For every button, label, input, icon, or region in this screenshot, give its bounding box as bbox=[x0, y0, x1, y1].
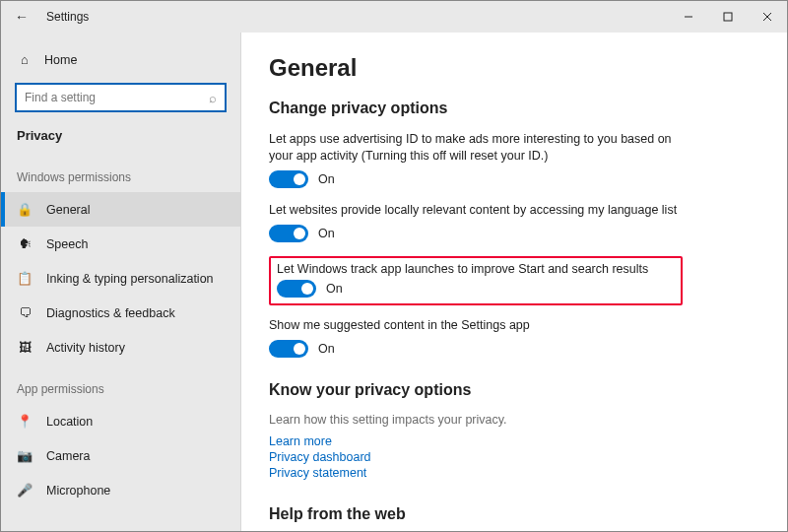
toggle-state: On bbox=[318, 342, 335, 356]
setting-desc: Let websites provide locally relevant co… bbox=[269, 202, 683, 219]
settings-window: ← Settings ⌂ Home ⌕ Privacy Windows perm… bbox=[0, 0, 788, 532]
nav-label: Camera bbox=[46, 449, 90, 463]
nav-label: Activity history bbox=[46, 341, 125, 355]
page-title: General bbox=[269, 54, 757, 82]
subheading-privacy-options: Change privacy options bbox=[269, 100, 757, 117]
svg-rect-1 bbox=[724, 13, 732, 21]
toggle-state: On bbox=[318, 227, 335, 240]
nav-diagnostics[interactable]: 🗨 Diagnostics & feedback bbox=[1, 296, 240, 330]
maximize-button[interactable] bbox=[708, 1, 748, 33]
history-icon: 🖽 bbox=[17, 340, 33, 355]
feedback-icon: 🗨 bbox=[17, 305, 33, 320]
link-privacy-statement[interactable]: Privacy statement bbox=[269, 466, 757, 480]
subheading-know-options: Know your privacy options bbox=[269, 381, 757, 399]
link-learn-more[interactable]: Learn more bbox=[269, 434, 757, 448]
home-label: Home bbox=[44, 53, 77, 67]
minimize-button[interactable] bbox=[669, 1, 708, 33]
titlebar: ← Settings bbox=[1, 1, 787, 33]
setting-track-app-launches-highlight: Let Windows track app launches to improv… bbox=[269, 256, 683, 305]
nav-inking[interactable]: 📋 Inking & typing personalization bbox=[1, 261, 240, 296]
toggle-advertising-id[interactable] bbox=[269, 170, 308, 188]
content-area[interactable]: General Change privacy options Let apps … bbox=[241, 33, 787, 531]
nav-location[interactable]: 📍 Location bbox=[1, 404, 240, 438]
know-hint: Learn how this setting impacts your priv… bbox=[269, 413, 757, 427]
inking-icon: 📋 bbox=[17, 271, 33, 286]
nav-label: Microphone bbox=[46, 484, 110, 498]
close-button[interactable] bbox=[748, 1, 787, 33]
home-nav[interactable]: ⌂ Home bbox=[1, 46, 240, 73]
setting-desc: Let Windows track app launches to improv… bbox=[277, 262, 675, 276]
lock-icon: 🔒 bbox=[17, 202, 33, 217]
nav-label: Speech bbox=[46, 237, 88, 251]
setting-language-list: Let websites provide locally relevant co… bbox=[269, 202, 683, 242]
back-button[interactable]: ← bbox=[15, 9, 29, 25]
sidebar: ⌂ Home ⌕ Privacy Windows permissions 🔒 G… bbox=[1, 33, 241, 531]
nav-general[interactable]: 🔒 General bbox=[1, 192, 240, 227]
section-title: Privacy bbox=[1, 124, 240, 153]
nav-label: Inking & typing personalization bbox=[46, 272, 214, 286]
setting-suggested-content: Show me suggested content in the Setting… bbox=[269, 317, 683, 358]
location-icon: 📍 bbox=[17, 414, 33, 429]
nav-label: Diagnostics & feedback bbox=[46, 306, 175, 320]
help-from-web-section: Help from the web Managing Microsoft acc… bbox=[269, 505, 757, 532]
search-input[interactable] bbox=[25, 91, 209, 104]
toggle-state: On bbox=[326, 282, 343, 296]
speech-icon: 🗣 bbox=[17, 236, 33, 251]
setting-desc: Let apps use advertising ID to make ads … bbox=[269, 131, 683, 165]
home-icon: ⌂ bbox=[17, 52, 33, 67]
link-privacy-dashboard[interactable]: Privacy dashboard bbox=[269, 450, 757, 464]
window-title: Settings bbox=[46, 10, 89, 24]
subheading-help-web: Help from the web bbox=[269, 505, 757, 523]
group-windows-permissions: Windows permissions bbox=[1, 153, 240, 192]
setting-desc: Show me suggested content in the Setting… bbox=[269, 317, 683, 334]
nav-label: General bbox=[46, 203, 90, 217]
toggle-state: On bbox=[318, 172, 335, 186]
nav-activity-history[interactable]: 🖽 Activity history bbox=[1, 330, 240, 365]
nav-microphone[interactable]: 🎤 Microphone bbox=[1, 473, 240, 507]
nav-label: Location bbox=[46, 415, 93, 429]
setting-advertising-id: Let apps use advertising ID to make ads … bbox=[269, 131, 683, 188]
camera-icon: 📷 bbox=[17, 448, 33, 463]
toggle-track-app-launches[interactable] bbox=[277, 280, 316, 298]
know-privacy-section: Know your privacy options Learn how this… bbox=[269, 381, 757, 480]
toggle-suggested-content[interactable] bbox=[269, 340, 308, 358]
toggle-language-list[interactable] bbox=[269, 225, 308, 242]
microphone-icon: 🎤 bbox=[17, 483, 33, 498]
nav-camera[interactable]: 📷 Camera bbox=[1, 438, 240, 473]
search-icon: ⌕ bbox=[209, 91, 217, 105]
nav-speech[interactable]: 🗣 Speech bbox=[1, 227, 240, 261]
search-box[interactable]: ⌕ bbox=[15, 83, 227, 112]
group-app-permissions: App permissions bbox=[1, 365, 240, 404]
